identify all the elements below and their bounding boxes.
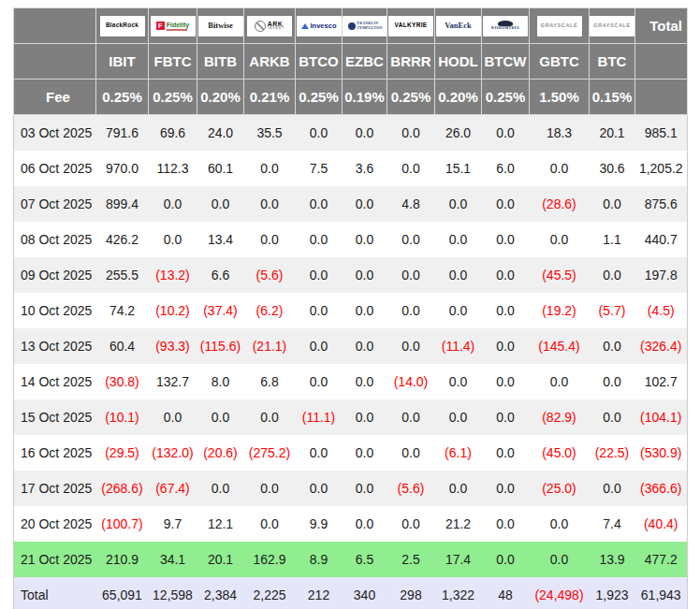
value-cell: 0.0 — [343, 222, 387, 257]
value-cell: 17.4 — [435, 542, 482, 577]
value-cell: 0.0 — [530, 364, 590, 399]
value-cell: 13.9 — [590, 542, 635, 577]
value-cell: 0.0 — [482, 471, 530, 506]
value-cell: 8.9 — [296, 542, 343, 577]
table-row: 15 Oct 2025(10.1)0.00.00.0(11.1)0.00.00.… — [14, 399, 688, 435]
ticker-arkb: ARKB — [244, 44, 296, 80]
value-cell: 0.0 — [435, 257, 482, 293]
date-cell: 03 Oct 2025 — [14, 115, 96, 152]
value-cell: (21.1) — [244, 328, 296, 364]
value-cell: 875.6 — [635, 186, 688, 222]
value-cell: 0.0 — [343, 399, 387, 435]
value-cell: (145.4) — [530, 328, 590, 364]
table-body: 03 Oct 2025791.669.624.035.50.00.00.026.… — [14, 115, 688, 609]
date-cell: 06 Oct 2025 — [14, 151, 96, 186]
value-cell: 0.0 — [149, 399, 197, 435]
total-value-cell: 1,923 — [590, 577, 635, 609]
value-cell: 0.0 — [244, 186, 296, 222]
value-cell: 0.0 — [296, 435, 343, 471]
ticker-btcw: BTCW — [482, 44, 530, 80]
value-cell: 0.0 — [149, 186, 197, 222]
table-row: 14 Oct 2025(30.8)132.78.06.80.00.0(14.0)… — [14, 364, 688, 399]
value-cell: 0.0 — [435, 364, 482, 399]
value-cell: (14.0) — [387, 364, 435, 399]
value-cell: (11.4) — [435, 328, 482, 364]
value-cell: 0.0 — [296, 328, 343, 364]
bitwise-logo: Bitwise — [198, 16, 243, 36]
value-cell: 0.0 — [387, 435, 435, 471]
date-cell: 21 Oct 2025 — [14, 542, 96, 577]
value-cell: 0.0 — [590, 399, 635, 435]
value-cell: 8.0 — [197, 364, 244, 399]
value-cell: 210.9 — [96, 542, 149, 577]
value-cell: 970.0 — [96, 151, 149, 186]
total-value-cell: 2,384 — [197, 577, 244, 609]
value-cell: 255.5 — [96, 257, 149, 293]
value-cell: (104.1) — [635, 399, 688, 435]
value-cell: 0.0 — [435, 186, 482, 222]
total-value-cell: 2,225 — [244, 577, 296, 609]
value-cell: (40.4) — [635, 506, 688, 542]
total-value-cell: 65,091 — [96, 577, 149, 609]
table-row: 21 Oct 2025210.934.120.1162.98.96.52.517… — [14, 542, 688, 577]
value-cell: (20.6) — [197, 435, 244, 471]
value-cell: (5.6) — [244, 257, 296, 293]
value-cell: (67.4) — [149, 471, 197, 506]
value-cell: 0.0 — [482, 115, 530, 152]
fee-fbtc: 0.25% — [149, 80, 197, 115]
value-cell: (22.5) — [590, 435, 635, 471]
value-cell: 0.0 — [296, 257, 343, 293]
value-cell: 162.9 — [244, 542, 296, 577]
value-cell: 3.6 — [343, 151, 387, 186]
value-cell: 0.0 — [482, 542, 530, 577]
value-cell: 0.0 — [387, 115, 435, 152]
ticker-fbtc: FBTC — [149, 44, 197, 80]
value-cell: 21.2 — [435, 506, 482, 542]
total-value-cell: (24,498) — [530, 577, 590, 609]
ticker-gbtc: GBTC — [530, 44, 590, 80]
date-cell: 07 Oct 2025 — [14, 186, 96, 222]
value-cell: 0.0 — [343, 328, 387, 364]
value-cell: (45.0) — [530, 435, 590, 471]
value-cell: 0.0 — [343, 506, 387, 542]
table-row: 10 Oct 202574.2(10.2)(37.4)(6.2)0.00.00.… — [14, 293, 688, 328]
value-cell: 6.8 — [244, 364, 296, 399]
total-value-cell: 12,598 — [149, 577, 197, 609]
date-cell: 20 Oct 2025 — [14, 506, 96, 542]
value-cell: 0.0 — [387, 293, 435, 328]
ticker-brrr: BRRR — [387, 44, 435, 80]
fee-ibit: 0.25% — [96, 80, 149, 115]
value-cell: 0.0 — [197, 186, 244, 222]
value-cell: (530.9) — [635, 435, 688, 471]
value-cell: 74.2 — [96, 293, 149, 328]
value-cell: 0.0 — [530, 542, 590, 577]
value-cell: 13.4 — [197, 222, 244, 257]
value-cell: 0.0 — [590, 328, 635, 364]
value-cell: 0.0 — [296, 222, 343, 257]
value-cell: 0.0 — [343, 186, 387, 222]
value-cell: 34.1 — [149, 542, 197, 577]
value-cell: 0.0 — [435, 293, 482, 328]
value-cell: 0.0 — [435, 399, 482, 435]
total-value-cell: 1,322 — [435, 577, 482, 609]
value-cell: (4.5) — [635, 293, 688, 328]
fee-gbtc: 1.50% — [530, 80, 590, 115]
value-cell: 0.0 — [296, 186, 343, 222]
valkyrie-logo: VALKYRIE — [388, 16, 433, 36]
table-row: 17 Oct 2025(268.6)(67.4)0.00.00.00.0(5.6… — [14, 471, 688, 506]
ark-circle-icon — [255, 21, 266, 32]
value-cell: 0.0 — [530, 506, 590, 542]
value-cell: (10.1) — [96, 399, 149, 435]
value-cell: (5.6) — [387, 471, 435, 506]
value-cell: 0.0 — [482, 399, 530, 435]
value-cell: (82.9) — [530, 399, 590, 435]
value-cell: 440.7 — [635, 222, 688, 257]
value-cell: 0.0 — [482, 293, 530, 328]
value-cell: 20.1 — [197, 542, 244, 577]
total-row: Total65,09112,5982,3842,2252123402981,32… — [14, 577, 688, 609]
value-cell: 69.6 — [149, 115, 197, 152]
value-cell: 899.4 — [96, 186, 149, 222]
value-cell: 1.1 — [590, 222, 635, 257]
value-cell: 0.0 — [296, 293, 343, 328]
value-cell: 18.3 — [530, 115, 590, 152]
